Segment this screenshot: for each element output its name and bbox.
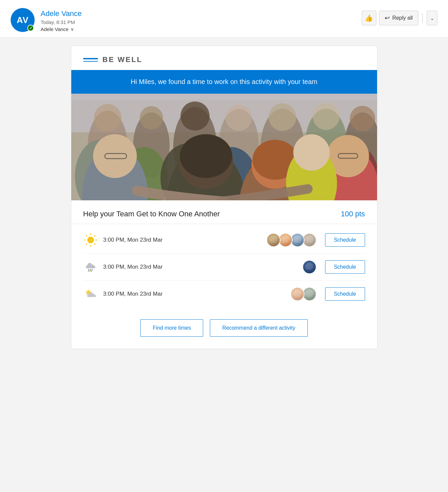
brand-line-top <box>83 58 98 59</box>
reply-all-button[interactable]: ↩ Reply all <box>379 11 418 25</box>
svg-line-48 <box>88 269 89 271</box>
online-status-badge <box>27 25 34 31</box>
schedule-row: 3:00 PM, Mon 23rd Mar S <box>83 227 365 254</box>
sender-name: Adele Vance <box>41 9 82 18</box>
card: BE WELL Hi Miles, we found a time to wor… <box>71 46 377 349</box>
schedule-time-1: 3:00 PM, Mon 23rd Mar <box>103 237 261 243</box>
crowd-illustration <box>71 94 377 200</box>
dropdown-icon: ⌄ <box>430 15 434 21</box>
attendee-avatar <box>290 287 304 301</box>
bottom-actions: Find more times Recommend a different ac… <box>71 310 377 349</box>
schedule-button-3[interactable]: Schedule <box>325 287 365 301</box>
brand-name: BE WELL <box>103 55 143 64</box>
brand-header: BE WELL <box>71 46 377 70</box>
attendees-1 <box>266 233 314 247</box>
thumbs-up-icon: 👍 <box>365 14 373 22</box>
find-more-times-button[interactable]: Find more times <box>140 319 203 337</box>
svg-line-46 <box>94 235 95 236</box>
attendee-avatar <box>302 260 316 274</box>
attendee-avatar <box>278 233 292 247</box>
svg-line-50 <box>92 269 92 271</box>
attendee-avatar <box>266 233 280 247</box>
attendees-2 <box>302 260 314 274</box>
svg-line-45 <box>94 244 95 245</box>
svg-point-39 <box>87 237 94 243</box>
schedule-time-3: 3:00 PM, Mon 23rd Mar <box>103 291 285 297</box>
sender-label[interactable]: Adele Vance ∨ <box>41 26 82 32</box>
svg-line-54 <box>86 290 87 291</box>
sender-label-text: Adele Vance <box>41 26 69 32</box>
chevron-down-icon: ∨ <box>71 27 74 32</box>
schedule-row: 3:00 PM, Mon 23rd Mar Schedule <box>83 281 365 307</box>
attendee-avatar <box>302 287 316 301</box>
sender-info: Adele Vance Today, 8:31 PM Adele Vance ∨ <box>41 8 82 32</box>
attendee-avatar <box>302 233 316 247</box>
svg-line-44 <box>86 235 87 236</box>
sender-time: Today, 8:31 PM <box>41 19 82 25</box>
activity-section: Help your Team Get to Know One Another 1… <box>71 200 377 224</box>
team-photo <box>71 94 377 200</box>
attendee-avatar <box>290 233 304 247</box>
hero-text: Hi Miles, we found a time to work on thi… <box>83 78 365 86</box>
dropdown-button[interactable]: ⌄ <box>427 11 437 25</box>
schedule-list: 3:00 PM, Mon 23rd Mar S <box>71 224 377 310</box>
cloudy-icon <box>83 287 98 301</box>
brand-line-bottom <box>83 61 98 62</box>
schedule-button-2[interactable]: Schedule <box>325 260 365 274</box>
hero-banner: Hi Miles, we found a time to work on thi… <box>71 70 377 94</box>
svg-rect-37 <box>71 94 377 200</box>
schedule-time-2: 3:00 PM, Mon 23rd Mar <box>103 264 297 270</box>
sunny-icon <box>83 233 98 247</box>
button-divider <box>422 13 423 23</box>
storm-icon <box>83 260 98 274</box>
activity-points: 100 pts <box>341 210 365 218</box>
reply-all-icon: ↩ <box>385 14 390 22</box>
action-buttons: 👍 ↩ Reply all ⌄ <box>362 8 437 25</box>
schedule-button-1[interactable]: Schedule <box>325 233 365 247</box>
sender-area: AV Adele Vance Today, 8:31 PM Adele Vanc… <box>11 8 82 32</box>
email-header: AV Adele Vance Today, 8:31 PM Adele Vanc… <box>0 0 448 38</box>
reply-all-label: Reply all <box>392 15 413 21</box>
svg-line-47 <box>86 244 87 245</box>
schedule-row: 3:00 PM, Mon 23rd Mar Schedule <box>83 254 365 281</box>
svg-rect-38 <box>71 94 377 100</box>
recommend-activity-button[interactable]: Recommend a different activity <box>210 319 307 337</box>
avatar-container: AV <box>11 8 35 32</box>
activity-title: Help your Team Get to Know One Another <box>83 210 220 218</box>
email-body: BE WELL Hi Miles, we found a time to wor… <box>0 38 448 492</box>
brand-lines <box>83 58 98 62</box>
attendees-3 <box>290 287 314 301</box>
thumbs-up-button[interactable]: 👍 <box>362 11 376 25</box>
